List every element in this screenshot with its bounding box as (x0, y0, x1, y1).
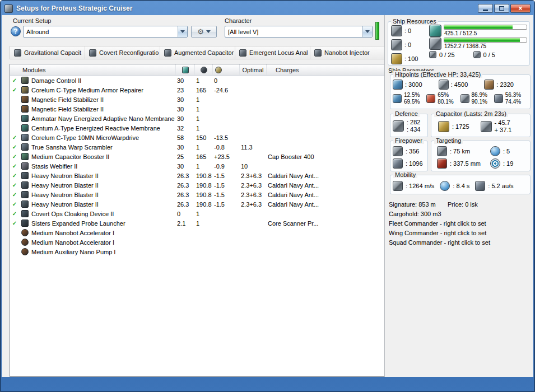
module-cpu: 30 (176, 106, 195, 113)
column-header-optimal[interactable]: Optimal (240, 64, 267, 75)
module-name: Medium Capacitor Booster II (30, 153, 176, 160)
module-row[interactable]: Medium Auxiliary Nano Pump I (10, 247, 385, 256)
wing-commander-text[interactable]: Wing Commander - right click to set (389, 230, 486, 236)
squad-commander-text[interactable]: Squad Commander - right click to set (389, 239, 490, 246)
module-name: Heavy Neutron Blaster II (30, 182, 176, 189)
capacitor-body: : 1725 - 45.7 + 37.1 (431, 114, 530, 133)
character-combobox[interactable]: [All level V] (225, 26, 373, 38)
module-row[interactable]: Medium Nanobot Accelerator I (10, 237, 385, 247)
module-cpu: 30 (176, 77, 195, 84)
module-icon (21, 153, 29, 160)
dps-value: : 356 (406, 148, 419, 155)
setup-tools-button[interactable]: ⚙ (191, 26, 217, 38)
max-velocity-icon (393, 181, 403, 191)
character-combobox-dropdown-button[interactable] (362, 26, 372, 37)
powergrid-bar-fill (444, 38, 520, 42)
mobility-title: Mobility (393, 171, 417, 178)
maximize-button[interactable] (494, 4, 509, 13)
titlebar: Setups for Proteus Strategic Cruiser × (2, 2, 533, 15)
module-row[interactable]: Magnetic Field Stabilizer II301 (10, 104, 385, 114)
module-powergrid: 1 (195, 211, 213, 217)
cpu-column-icon (182, 67, 189, 73)
module-name: Medium Nanobot Accelerator I (30, 230, 176, 236)
module-name: Sisters Expanded Probe Launcher (30, 220, 176, 227)
module-row[interactable]: Centum A-Type Energized Reactive Membran… (10, 123, 385, 133)
module-row[interactable]: Magnetic Field Stabilizer II301 (10, 95, 385, 104)
subsystem-tab-propulsion[interactable]: Gravitational Capacit (10, 46, 85, 59)
powergrid-icon (429, 38, 441, 50)
module-row[interactable]: ✓True Sansha Warp Scrambler301-0.811.3 (10, 142, 385, 152)
module-powergrid: 1 (195, 144, 213, 151)
module-powergrid: 190.8 (195, 172, 213, 179)
column-header-charges[interactable]: Charges (267, 64, 385, 75)
wrench-icon: ⚙ (197, 27, 204, 36)
signature-text: Signature: 853 m (389, 201, 436, 208)
capacitor-amount-icon (438, 121, 449, 132)
subsystem-tab-electronics[interactable]: Emergent Locus Anal (235, 46, 310, 59)
module-powergrid: 1 (195, 125, 213, 132)
setup-combobox[interactable]: Allround (23, 26, 188, 38)
help-icon[interactable]: ? (11, 26, 21, 36)
module-name: Damage Control II (30, 77, 176, 84)
cargohold-text: Cargohold: 300 m3 (389, 211, 441, 217)
module-row[interactable]: ✓Heavy Neutron Blaster II26.3190.8-1.52.… (10, 180, 385, 190)
module-row[interactable]: ✓Heavy Neutron Blaster II26.3190.8-1.52.… (10, 171, 385, 180)
module-row[interactable]: Ammatar Navy Energized Adaptive Nano Mem… (10, 114, 385, 123)
module-optimal: 2.3+6.3 (240, 192, 267, 198)
powergrid-usage-text: 1252.2 / 1368.75 (444, 43, 527, 49)
module-powergrid: 165 (195, 153, 213, 160)
shield-kinetic-resist: 86.9% (472, 92, 487, 98)
dps-icon (393, 146, 403, 156)
subsystem-tab-offensive[interactable]: Nanobot Injector (310, 46, 385, 59)
module-row[interactable]: ✓Sisters Expanded Probe Launcher2.11Core… (10, 218, 385, 228)
module-cpu: 26.3 (176, 201, 195, 208)
calibration-icon (391, 53, 402, 64)
module-row[interactable]: ✓Corelum C-Type Medium Armor Repairer231… (10, 85, 385, 95)
volley-value: : 1096 (406, 160, 423, 167)
module-cap-use: -1.5 (213, 172, 240, 179)
module-charge: Caldari Navy Ant... (267, 192, 385, 198)
launcher-hardpoints-icon (391, 39, 402, 50)
active-check-icon: ✓ (10, 134, 19, 141)
module-powergrid: 1 (195, 220, 213, 227)
subsystem-icon (239, 49, 246, 57)
column-header-powergrid[interactable] (195, 64, 213, 75)
module-cap-use: -24.6 (213, 87, 240, 94)
modules-table-header: Modules Optimal Charges (10, 64, 385, 76)
resists-row: 12.5%69.5% 65%80.1% 86.9%90.1% 56.3%74.4… (390, 90, 530, 105)
subsystem-tab-core[interactable]: Augmented Capacitor (160, 46, 235, 59)
ship-resources-body: : 0 : 0 : 100 425.1 / 512.5 (388, 22, 529, 66)
column-header-capacitor[interactable] (213, 64, 240, 75)
module-row[interactable]: ✓Corelum C-Type 10MN MicroWarpdrive58150… (10, 133, 385, 142)
module-icon (21, 210, 29, 217)
column-header-cpu[interactable] (176, 64, 195, 75)
subsystem-tab-label: Augmented Capacitor (174, 49, 234, 56)
sensor-strength-icon (490, 158, 500, 169)
armor-explosive-resist: 74.4% (505, 99, 521, 105)
armor-kinetic-resist: 90.1% (472, 99, 487, 105)
module-cpu: 26.3 (176, 172, 195, 179)
module-optimal: 2.3+6.3 (240, 182, 267, 189)
close-button[interactable]: × (510, 4, 531, 13)
setup-combobox-dropdown-button[interactable] (178, 26, 187, 37)
module-charge: Caldari Navy Ant... (267, 172, 385, 179)
subsystem-tab-defensive[interactable]: Covert Reconfiguratio (85, 46, 160, 59)
module-icon (21, 239, 29, 246)
module-powergrid: 190.8 (195, 201, 213, 208)
fleet-commander-text[interactable]: Fleet Commander - right click to set (389, 220, 486, 227)
module-row[interactable]: Medium Nanobot Accelerator I (10, 228, 385, 237)
module-row[interactable]: ✓Heavy Neutron Blaster II26.3190.8-1.52.… (10, 199, 385, 209)
module-row[interactable]: ✓Damage Control II3010 (10, 76, 385, 85)
minimize-button[interactable] (478, 4, 493, 13)
module-row[interactable]: ✓Medium Capacitor Booster II25165+23.5Ca… (10, 152, 385, 161)
column-header-modules[interactable]: Modules (10, 64, 176, 75)
hitpoints-title: Hitpoints (Effective HP: 33,425) (393, 71, 482, 78)
module-row[interactable]: ✓Covert Ops Cloaking Device II01 (10, 209, 385, 218)
volley-icon (393, 158, 403, 169)
module-name: Heavy Neutron Blaster II (30, 172, 176, 179)
maximize-icon (499, 6, 504, 11)
defence-icon (393, 120, 404, 132)
module-row[interactable]: ✓Stasis Webifier II301-0.910 (10, 161, 385, 171)
module-row[interactable]: ✓Heavy Neutron Blaster II26.3190.8-1.52.… (10, 190, 385, 199)
kinetic-resist-icon (460, 94, 469, 103)
